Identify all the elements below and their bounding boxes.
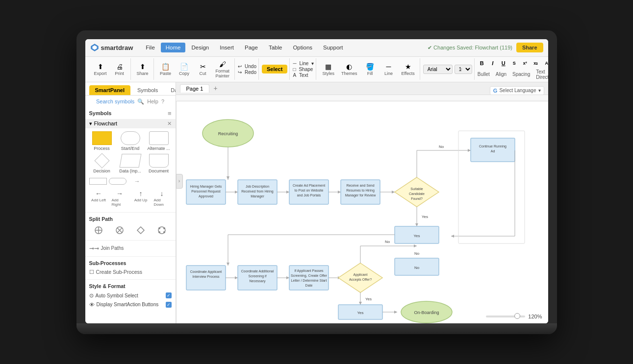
svg-text:No: No	[438, 145, 444, 149]
font-selector[interactable]: Arial	[423, 65, 453, 74]
search-symbols-link[interactable]: Search symbols	[96, 98, 134, 104]
svg-text:On-Boarding: On-Boarding	[414, 310, 439, 315]
process-label: Process	[94, 146, 110, 151]
svg-text:Receive and Send: Receive and Send	[346, 184, 374, 187]
split-icon-2[interactable]	[110, 225, 129, 236]
create-sub-process-item[interactable]: ☐ Create Sub-Process	[89, 268, 172, 276]
nav-options[interactable]: Options	[288, 43, 317, 52]
fill-button[interactable]: 🪣 Fill	[361, 62, 379, 77]
alternate-label: Alternate ...	[147, 146, 170, 151]
svg-marker-28	[286, 191, 289, 194]
style-row-2: 👁 Display SmartAction Buttons ✓	[89, 300, 172, 309]
select-button[interactable]: Select	[262, 65, 287, 73]
toolbar-file-group: ⬆ Export 🖨 Print	[89, 58, 131, 80]
font-size-selector[interactable]: 10	[455, 65, 472, 74]
svg-marker-47	[468, 149, 471, 152]
logo: smartdraw	[90, 43, 133, 52]
share-toolbar-button[interactable]: ⬆ Share	[134, 62, 152, 77]
split-icon-4[interactable]	[152, 225, 172, 236]
join-icon: ⊸⊸	[89, 245, 99, 252]
toolbar-clipboard-group: 📋 Paste 📄 Copy ✂ Cut 🖌 Format Painter	[155, 58, 235, 80]
decision-label: Decision	[93, 169, 110, 173]
symbols-menu-icon[interactable]: ≡	[168, 110, 172, 117]
svg-text:Candidate: Candidate	[409, 192, 425, 195]
sidebar-toggle-button[interactable]: ›	[176, 174, 183, 189]
connector-arrow-1: →	[128, 178, 146, 185]
canvas-scroll[interactable]: Recruiting Hiring Manager Gets Personnel…	[176, 95, 548, 323]
svg-text:No: No	[414, 251, 419, 256]
font-color-button[interactable]: A	[542, 59, 548, 68]
split-icon-1[interactable]	[89, 225, 108, 236]
undo-button[interactable]: ↩Undo	[238, 64, 256, 69]
print-button[interactable]: 🖨 Print	[111, 62, 128, 77]
add-down-button[interactable]: ↓ Add Down	[152, 188, 172, 208]
display-smartaction-checkbox[interactable]: ✓	[166, 302, 172, 308]
italic-button[interactable]: I	[488, 59, 497, 68]
zoom-bar: 120%	[486, 314, 542, 319]
svg-text:Hiring Manager Gets: Hiring Manager Gets	[190, 185, 222, 189]
share-button[interactable]: Share	[516, 43, 543, 52]
effects-button[interactable]: ★ Effects	[398, 62, 417, 77]
add-right-button[interactable]: → Add Right	[110, 188, 129, 208]
bold-button[interactable]: B	[478, 59, 486, 68]
text-button[interactable]: AText	[293, 73, 314, 78]
cut-button[interactable]: ✂ Cut	[194, 62, 212, 77]
symbol-alternate[interactable]: Alternate ...	[146, 131, 172, 151]
page-1-tab[interactable]: Page 1	[180, 84, 210, 93]
svg-text:Manager for Review: Manager for Review	[345, 194, 376, 197]
superscript-button[interactable]: x²	[521, 59, 530, 68]
copy-button[interactable]: 📄 Copy	[176, 62, 193, 77]
add-up-button[interactable]: ↑ Add Up	[131, 188, 151, 208]
format-row-2: Bullet Align Spacing Text Direction	[478, 69, 548, 80]
symbol-data-input[interactable]: Data (Inp...	[118, 154, 143, 173]
svg-text:and Job Portals: and Job Portals	[297, 194, 321, 197]
help-link[interactable]: Help	[147, 98, 158, 104]
zoom-thumb[interactable]	[514, 313, 520, 319]
bullet-label: Bullet	[478, 72, 490, 77]
laptop-screen: smartdraw File Home Design Insert Page T…	[85, 39, 548, 323]
format-painter-button[interactable]: 🖌 Format Painter	[213, 59, 233, 79]
tab-data[interactable]: Data	[165, 85, 176, 95]
expand-icon[interactable]: ▾	[89, 121, 92, 127]
symbol-decision[interactable]: Decision	[89, 154, 115, 173]
toolbar-font-group: Arial 10	[421, 58, 475, 80]
line2-button[interactable]: ─ Line	[380, 62, 397, 77]
join-paths-section: ⊸⊸ Join Paths	[85, 243, 176, 254]
redo-button[interactable]: ↪Redo	[238, 70, 256, 75]
strikethrough-button[interactable]: S	[510, 59, 519, 68]
split-icon-3[interactable]	[131, 225, 151, 236]
svg-text:Necessary: Necessary	[249, 279, 266, 283]
nav-file[interactable]: File	[141, 43, 160, 52]
line-button[interactable]: ─Line▾	[293, 61, 314, 66]
svg-marker-76	[286, 276, 289, 279]
connector-shape-1	[89, 178, 107, 185]
style-format-title: Style & Format	[89, 283, 172, 289]
add-left-button[interactable]: ← Add Left	[89, 188, 108, 208]
nav-support[interactable]: Support	[318, 43, 348, 52]
export-button[interactable]: ⬆ Export	[91, 62, 110, 77]
nav-page[interactable]: Page	[240, 43, 263, 52]
themes-button[interactable]: ◐ Themes	[338, 62, 360, 77]
symbol-startend[interactable]: Start/End	[118, 131, 143, 151]
spacing-label: Spacing	[512, 72, 530, 77]
nav-design[interactable]: Design	[186, 43, 214, 52]
tab-symbols[interactable]: Symbols	[131, 85, 164, 95]
zoom-slider[interactable]	[486, 315, 525, 317]
nav-home[interactable]: Home	[161, 43, 186, 52]
tab-smartpanel[interactable]: SmartPanel	[89, 85, 131, 95]
symbol-document[interactable]: Document	[146, 154, 172, 173]
subscript-button[interactable]: x₂	[532, 59, 540, 68]
shape-button[interactable]: □Shape	[293, 67, 314, 72]
flowchart-close-icon[interactable]: ✕	[167, 121, 172, 127]
nav-insert[interactable]: Insert	[215, 43, 239, 52]
nav-table[interactable]: Table	[264, 43, 287, 52]
language-selector[interactable]: G Select Language ▾	[490, 86, 544, 95]
auto-symbol-checkbox[interactable]: ✓	[166, 292, 172, 298]
paste-button[interactable]: 📋 Paste	[157, 62, 175, 77]
flowchart-svg: Recruiting Hiring Manager Gets Personnel…	[177, 101, 534, 323]
add-page-button[interactable]: +	[211, 84, 219, 92]
styles-button[interactable]: ▦ Styles	[319, 62, 337, 77]
svg-text:Screening, Create Offer: Screening, Create Offer	[291, 274, 327, 278]
symbol-process[interactable]: Process	[89, 131, 115, 151]
underline-button[interactable]: U	[499, 59, 508, 68]
